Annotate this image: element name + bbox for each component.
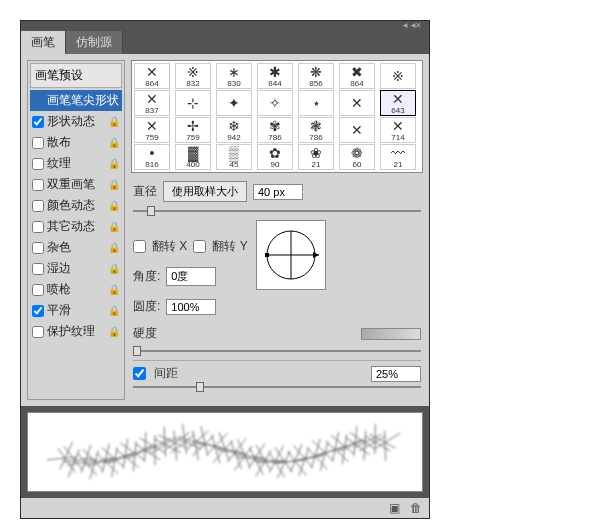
- option-checkbox[interactable]: [32, 179, 44, 191]
- use-sample-size-button[interactable]: 使用取样大小: [163, 181, 247, 202]
- brush-thumbnail[interactable]: ⋆: [298, 90, 334, 116]
- brush-size-label: 837: [145, 107, 158, 115]
- brush-thumbnail[interactable]: ✕714: [380, 117, 416, 143]
- brush-size-label: 714: [391, 134, 404, 142]
- option-row[interactable]: 喷枪🔒: [30, 279, 122, 300]
- collapse-icon[interactable]: ◄◄: [401, 22, 411, 30]
- brush-thumbnail[interactable]: ▓400: [175, 144, 211, 170]
- diameter-slider[interactable]: [133, 206, 421, 216]
- brush-thumbnail[interactable]: ※: [380, 63, 416, 89]
- brush-thumbnail[interactable]: ❋856: [298, 63, 334, 89]
- lock-icon[interactable]: 🔒: [108, 116, 120, 127]
- option-checkbox[interactable]: [32, 158, 44, 170]
- lock-icon[interactable]: 🔒: [108, 284, 120, 295]
- brush-thumbnail[interactable]: ✱844: [257, 63, 293, 89]
- svg-line-21: [81, 462, 85, 473]
- diameter-input[interactable]: 40 px: [253, 184, 303, 200]
- lock-icon[interactable]: 🔒: [108, 326, 120, 337]
- lock-icon[interactable]: 🔒: [108, 158, 120, 169]
- brush-thumbnail[interactable]: ❃786: [298, 117, 334, 143]
- brush-thumbnail[interactable]: ✕: [339, 90, 375, 116]
- option-row[interactable]: 形状动态🔒: [30, 111, 122, 132]
- option-row[interactable]: 杂色🔒: [30, 237, 122, 258]
- close-icon[interactable]: ✕: [415, 22, 425, 30]
- option-checkbox[interactable]: [32, 242, 44, 254]
- brush-grid[interactable]: ✕864※832∗830✱844❋856✖864※✕837⊹✦✧⋆✕✕643✕7…: [131, 60, 423, 173]
- brush-thumbnail[interactable]: ▒45: [216, 144, 252, 170]
- angle-preview[interactable]: [256, 220, 326, 290]
- svg-line-82: [185, 442, 202, 449]
- brush-thumbnail[interactable]: ✦: [216, 90, 252, 116]
- brush-thumbnail[interactable]: ✕759: [134, 117, 170, 143]
- svg-line-136: [257, 462, 275, 463]
- spacing-input[interactable]: 25%: [371, 366, 421, 382]
- angle-input[interactable]: 0度: [166, 267, 216, 286]
- roundness-input[interactable]: 100%: [166, 299, 216, 315]
- svg-line-113: [245, 456, 250, 467]
- hardness-slider[interactable]: [133, 346, 421, 356]
- svg-line-9: [65, 457, 77, 458]
- option-label: 保护纹理: [47, 323, 95, 340]
- flip-y-checkbox[interactable]: [193, 240, 206, 253]
- option-row[interactable]: 颜色动态🔒: [30, 195, 122, 216]
- lock-icon[interactable]: 🔒: [108, 200, 120, 211]
- option-row[interactable]: 纹理🔒: [30, 153, 122, 174]
- brush-preset-button[interactable]: 画笔预设: [30, 63, 122, 88]
- lock-icon[interactable]: 🔒: [108, 263, 120, 274]
- brush-thumbnail[interactable]: ✾786: [257, 117, 293, 143]
- brush-thumbnail[interactable]: ∗830: [216, 63, 252, 89]
- option-row[interactable]: 其它动态🔒: [30, 216, 122, 237]
- brush-panel: ◄◄ ✕ 画笔 仿制源 画笔预设 画笔笔尖形状形状动态🔒散布🔒纹理🔒双重画笔🔒颜…: [20, 20, 430, 519]
- new-brush-icon[interactable]: ▣: [387, 501, 401, 515]
- brush-thumbnail[interactable]: ※832: [175, 63, 211, 89]
- brush-size-label: 786: [309, 134, 322, 142]
- trash-icon[interactable]: 🗑: [409, 501, 423, 515]
- svg-line-74: [159, 435, 175, 443]
- spacing-label: 间距: [154, 365, 178, 382]
- lock-icon[interactable]: 🔒: [108, 305, 120, 316]
- brush-thumbnail[interactable]: ✖864: [339, 63, 375, 89]
- svg-line-23: [95, 450, 98, 462]
- svg-line-115: [233, 455, 245, 456]
- option-row[interactable]: 保护纹理🔒: [30, 321, 122, 342]
- tab-brush[interactable]: 画笔: [21, 31, 66, 54]
- option-checkbox[interactable]: [32, 116, 44, 128]
- tab-clone-source[interactable]: 仿制源: [66, 31, 123, 54]
- svg-line-84: [178, 436, 195, 442]
- lock-icon[interactable]: 🔒: [108, 242, 120, 253]
- lock-icon[interactable]: 🔒: [108, 137, 120, 148]
- svg-line-43: [116, 449, 125, 456]
- spacing-checkbox[interactable]: [133, 367, 146, 380]
- brush-thumbnail[interactable]: ✕864: [134, 63, 170, 89]
- option-checkbox[interactable]: [32, 221, 44, 233]
- brush-thumbnail[interactable]: ✕643: [380, 90, 416, 116]
- brush-thumbnail[interactable]: ✿90: [257, 144, 293, 170]
- option-row[interactable]: 双重画笔🔒: [30, 174, 122, 195]
- brush-thumbnail[interactable]: ❄942: [216, 117, 252, 143]
- svg-line-137: [285, 451, 290, 462]
- option-checkbox[interactable]: [32, 326, 44, 338]
- option-checkbox[interactable]: [32, 263, 44, 275]
- lock-icon[interactable]: 🔒: [108, 221, 120, 232]
- brush-thumbnail[interactable]: ✕: [339, 117, 375, 143]
- brush-thumbnail[interactable]: ⊹: [175, 90, 211, 116]
- option-row[interactable]: 湿边🔒: [30, 258, 122, 279]
- brush-thumbnail[interactable]: ✧: [257, 90, 293, 116]
- brush-thumbnail[interactable]: ✕837: [134, 90, 170, 116]
- option-row[interactable]: 画笔笔尖形状: [30, 90, 122, 111]
- option-checkbox[interactable]: [32, 305, 44, 317]
- option-checkbox[interactable]: [32, 284, 44, 296]
- lock-icon[interactable]: 🔒: [108, 179, 120, 190]
- flip-x-checkbox[interactable]: [133, 240, 146, 253]
- brush-thumbnail[interactable]: ❁60: [339, 144, 375, 170]
- spacing-slider[interactable]: [133, 382, 421, 392]
- option-checkbox[interactable]: [32, 200, 44, 212]
- brush-thumbnail[interactable]: ✢759: [175, 117, 211, 143]
- brush-thumbnail[interactable]: •816: [134, 144, 170, 170]
- option-row[interactable]: 散布🔒: [30, 132, 122, 153]
- brush-thumbnail[interactable]: 〰21: [380, 144, 416, 170]
- brush-thumbnail[interactable]: ❀21: [298, 144, 334, 170]
- option-checkbox[interactable]: [32, 137, 44, 149]
- option-row[interactable]: 平滑🔒: [30, 300, 122, 321]
- brush-size-label: 832: [186, 80, 199, 88]
